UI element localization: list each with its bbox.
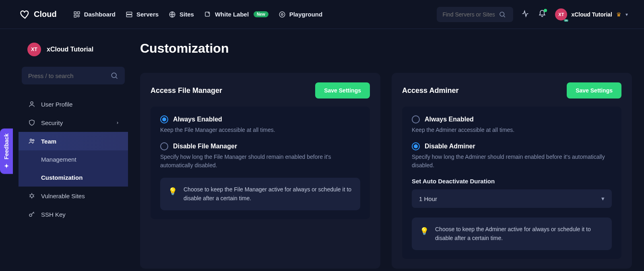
card-file-manager: Access File Manager Save Settings Always…	[140, 73, 380, 269]
new-badge: New	[254, 11, 268, 17]
sidebar-item-label: SSH Key	[41, 211, 66, 218]
user-name: xCloud Tutorial	[571, 11, 612, 18]
chevron-down-icon: ▾	[601, 195, 605, 202]
hint-box: 💡 Choose to keep the File Manager active…	[160, 178, 360, 210]
hint-text: Choose to keep the Adminer active for al…	[435, 225, 604, 243]
avatar: XTTA	[555, 8, 567, 21]
chevron-down-icon: ▾	[625, 12, 628, 17]
top-search[interactable]	[437, 7, 513, 22]
svg-rect-0	[74, 12, 76, 14]
radio-label: Disable Adminer	[425, 143, 475, 150]
sidebar-profile-name: xCloud Tutorial	[47, 46, 93, 53]
radio-icon	[160, 115, 168, 123]
bug-icon	[28, 192, 35, 199]
svg-point-8	[279, 12, 285, 17]
lightbulb-icon: 💡	[168, 186, 177, 197]
feedback-label: Feedback	[3, 133, 10, 160]
page-title: Customization	[140, 41, 632, 56]
shield-icon	[28, 119, 35, 126]
server-icon	[125, 10, 133, 18]
nav-servers[interactable]: Servers	[125, 10, 159, 18]
duration-select[interactable]: 1 Hour ▾	[412, 189, 612, 208]
radio-description: Specify how long the Adminer should rema…	[412, 153, 612, 170]
nav-playground-label: Playground	[289, 11, 323, 18]
svg-point-14	[33, 140, 34, 141]
user-menu[interactable]: XTTA xCloud Tutorial ♛ ▾	[555, 8, 628, 21]
svg-rect-2	[74, 15, 76, 17]
nav-dashboard[interactable]: Dashboard	[73, 10, 116, 18]
tag-icon	[204, 10, 212, 18]
radio-label: Always Enabled	[425, 116, 474, 123]
radio-disable-adminer[interactable]: Disable Adminer	[412, 142, 612, 150]
duration-value: 1 Hour	[419, 195, 437, 202]
sidebar-item-user-profile[interactable]: User Profile	[19, 95, 128, 113]
svg-point-16	[29, 214, 32, 216]
nav-playground[interactable]: Playground	[278, 10, 323, 18]
nav-dashboard-label: Dashboard	[84, 11, 116, 18]
svg-rect-7	[205, 12, 210, 16]
sidebar-avatar: XT	[27, 43, 41, 56]
notification-dot	[544, 9, 547, 12]
sidebar-search[interactable]	[22, 67, 125, 84]
radio-icon	[412, 115, 420, 123]
nav-sites-label: Sites	[180, 11, 194, 18]
sparkle-icon: ✦	[3, 163, 10, 169]
svg-rect-4	[126, 12, 132, 14]
cloud-heart-icon	[19, 9, 31, 20]
radio-icon	[160, 142, 168, 150]
radio-label: Disable File Manager	[173, 143, 237, 150]
nav-sites[interactable]: Sites	[168, 10, 194, 18]
svg-point-13	[30, 139, 32, 141]
top-search-input[interactable]	[442, 11, 495, 18]
sidebar-item-security[interactable]: Security ›	[19, 113, 128, 132]
bell-icon[interactable]	[538, 10, 546, 19]
logo[interactable]: Cloud	[19, 9, 57, 20]
feedback-tab[interactable]: ✦ Feedback	[0, 129, 13, 174]
svg-point-10	[500, 12, 504, 16]
sidebar-sub-customization[interactable]: Customization	[19, 168, 128, 187]
svg-rect-5	[126, 14, 132, 16]
key-icon	[28, 211, 35, 218]
nav-white-label-label: White Label	[215, 11, 249, 18]
svg-point-12	[31, 102, 33, 104]
svg-rect-1	[77, 12, 79, 14]
svg-point-3	[77, 15, 79, 17]
nav-servers-label: Servers	[136, 11, 159, 18]
radio-icon	[412, 142, 420, 150]
hint-box: 💡 Choose to keep the Adminer active for …	[412, 218, 612, 250]
brand-name: Cloud	[34, 10, 57, 19]
radio-disable-file-manager[interactable]: Disable File Manager	[160, 142, 360, 150]
save-button[interactable]: Save Settings	[567, 82, 621, 99]
save-button[interactable]: Save Settings	[315, 82, 370, 99]
radio-description: Keep the Adminer accessible at all times…	[412, 126, 612, 134]
radio-always-enabled[interactable]: Always Enabled	[160, 115, 360, 123]
card-adminer: Access Adminer Save Settings Always Enab…	[392, 73, 632, 269]
sidebar-item-label: Team	[41, 138, 56, 145]
sidebar-item-vulnerable-sites[interactable]: Vulnerable Sites	[19, 187, 128, 205]
radio-always-enabled-adminer[interactable]: Always Enabled	[412, 115, 612, 123]
card-title: Access Adminer	[402, 86, 458, 95]
sidebar-sub-management[interactable]: Management	[19, 150, 128, 168]
radio-label: Always Enabled	[173, 116, 222, 123]
sidebar-item-label: Vulnerable Sites	[41, 193, 85, 199]
playground-icon	[278, 10, 286, 18]
search-icon	[110, 72, 118, 80]
dashboard-icon	[73, 10, 81, 18]
sidebar-item-ssh-key[interactable]: SSH Key	[19, 205, 128, 224]
activity-icon[interactable]	[521, 10, 529, 19]
lightbulb-icon: 💡	[420, 226, 429, 237]
sidebar-item-label: User Profile	[41, 101, 72, 108]
radio-description: Keep the File Manager accessible at all …	[160, 126, 360, 134]
team-icon	[28, 138, 35, 145]
crown-icon: ♛	[616, 11, 621, 18]
sidebar-profile[interactable]: XT xCloud Tutorial	[19, 43, 128, 67]
card-title: Access File Manager	[151, 86, 222, 95]
search-icon	[499, 11, 506, 18]
sidebar-search-input[interactable]	[28, 72, 93, 79]
sidebar-item-team[interactable]: Team	[19, 132, 128, 150]
nav-white-label[interactable]: White Label New	[204, 10, 268, 18]
radio-description: Specify how long the File Manager should…	[160, 153, 360, 170]
svg-point-9	[281, 13, 283, 15]
chevron-right-icon: ›	[117, 120, 118, 125]
user-icon	[28, 101, 35, 108]
